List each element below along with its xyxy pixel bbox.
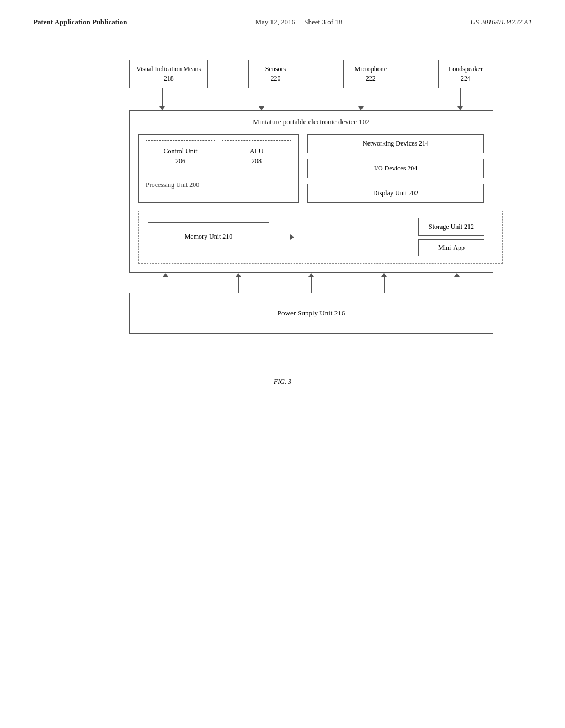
down-arrows-row [129, 88, 493, 110]
display-unit-box: Display Unit 202 [307, 184, 484, 203]
networking-devices-box: Networking Devices 214 [307, 134, 484, 153]
figure-label: FIG. 3 [0, 378, 565, 386]
arrow-loudspeaker-down [427, 88, 493, 110]
storage-unit-box: Storage Unit 212 [418, 218, 484, 236]
io-devices-box: I/O Devices 204 [307, 159, 484, 178]
arrow-sensors-down [228, 88, 295, 110]
loudspeaker-box: Loudspeaker224 [438, 60, 493, 88]
sensors-box: Sensors220 [248, 60, 303, 88]
header-left: Patent Application Publication [33, 18, 127, 26]
processing-inner-row: Control Unit206 ALU208 [146, 140, 291, 172]
page-header: Patent Application Publication May 12, 2… [0, 0, 565, 26]
arrow-visual-down [129, 88, 195, 110]
microphone-box: Microphone222 [343, 60, 398, 88]
mini-app-box: Mini-App [418, 239, 484, 256]
arrow-up-5 [454, 273, 460, 293]
alu-box: ALU208 [222, 140, 291, 172]
arrow-microphone-down [328, 88, 394, 110]
visual-indication-box: Visual Indication Means218 [129, 60, 208, 88]
header-right: US 2016/0134737 A1 [470, 18, 532, 26]
processing-unit-label: Processing Unit 200 [146, 181, 291, 189]
memory-unit-box: Memory Unit 210 [148, 222, 269, 251]
power-supply-box: Power Supply Unit 216 [129, 293, 493, 334]
arrow-up-4 [381, 273, 387, 293]
memory-arrow [269, 234, 299, 240]
control-unit-box: Control Unit206 [146, 140, 215, 172]
external-components-row: Visual Indication Means218 Sensors220 Mi… [129, 60, 493, 88]
arrow-up-1 [163, 273, 168, 293]
storage-column: Storage Unit 212 Mini-App [418, 218, 484, 256]
up-arrows-row [129, 273, 493, 293]
main-device-title: Miniature portable electronic device 102 [138, 117, 484, 126]
arrow-up-2 [236, 273, 241, 293]
memory-storage-row: Memory Unit 210 Storage Unit 212 Mini-Ap… [138, 211, 503, 264]
diagram-area: Visual Indication Means218 Sensors220 Mi… [67, 60, 498, 334]
header-center: May 12, 2016 Sheet 3 of 18 [255, 18, 342, 26]
arrow-up-3 [308, 273, 314, 293]
processing-unit-box: Control Unit206 ALU208 Processing Unit 2… [138, 134, 299, 203]
inner-layout: Control Unit206 ALU208 Processing Unit 2… [138, 134, 484, 203]
main-device-box: Miniature portable electronic device 102… [129, 110, 493, 273]
devices-column: Networking Devices 214 I/O Devices 204 D… [307, 134, 484, 203]
